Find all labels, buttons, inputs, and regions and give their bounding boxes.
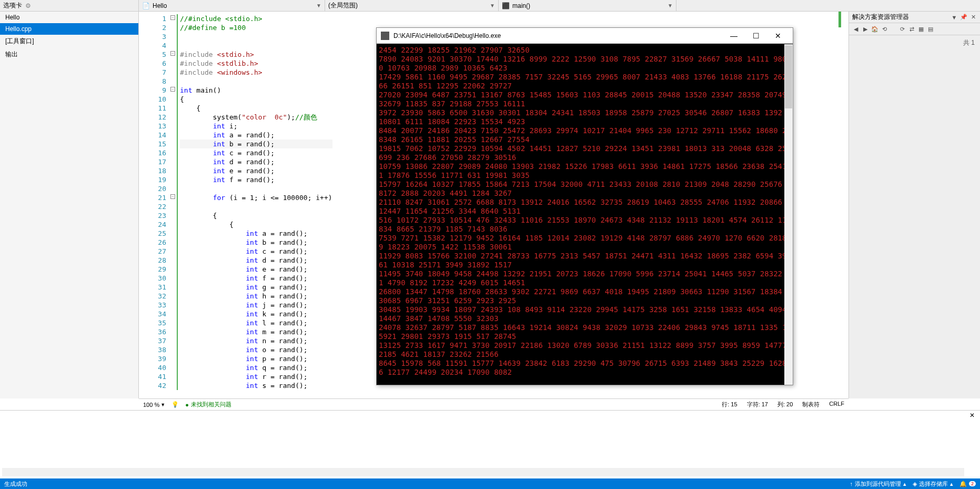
code-line[interactable]: {	[180, 95, 332, 104]
code-line[interactable]: {	[180, 220, 332, 229]
code-line[interactable]: int c = rand();	[180, 148, 332, 157]
line-number: 25	[139, 229, 166, 238]
code-line[interactable]: int d = rand();	[180, 157, 332, 166]
gear-icon[interactable]: ⚙	[25, 2, 31, 9]
context-dropdown-3[interactable]: ⬛ main() ▼	[499, 0, 676, 11]
code-line[interactable]: int r = rand();	[180, 372, 332, 381]
code-line[interactable]: int s = rand();	[180, 381, 332, 390]
code-line[interactable]: int e = rand();	[180, 265, 332, 274]
code-line[interactable]: #include <stdlib.h>	[180, 59, 332, 68]
solution-explorer-title: 解决方案资源管理器	[852, 13, 951, 22]
console-titlebar[interactable]: D:\KAIFA\c\Hello\x64\Debug\Hello.exe ― ☐…	[377, 28, 793, 44]
bell-icon: 🔔	[959, 481, 967, 487]
close-icon[interactable]: ✕	[969, 412, 978, 420]
tab-indicator[interactable]: 制表符	[802, 401, 820, 408]
code-line[interactable]: {	[180, 104, 332, 113]
home-icon[interactable]: 🏠	[871, 25, 878, 33]
char-indicator[interactable]: 字符: 17	[747, 401, 768, 408]
check-icon: ●	[185, 402, 189, 408]
left-item[interactable]: Hello	[0, 12, 138, 23]
code-line[interactable]: int q = rand();	[180, 363, 332, 372]
arrow-up-icon: ↑	[850, 481, 853, 487]
show-all-icon[interactable]: ▦	[917, 25, 925, 33]
zoom-dropdown[interactable]: 100 %▼	[143, 402, 165, 408]
lightbulb-icon[interactable]: 💡	[171, 401, 179, 408]
line-indicator[interactable]: 行: 15	[722, 401, 737, 408]
code-line[interactable]: int g = rand();	[180, 283, 332, 292]
code-line[interactable]: int e = rand();	[180, 166, 332, 175]
code-line[interactable]: #include <windows.h>	[180, 68, 332, 77]
code-line[interactable]: int b = rand();	[180, 238, 332, 247]
repo-button[interactable]: ◈ 选择存储库 ▴	[913, 480, 953, 488]
context-dropdown-2[interactable]: (全局范围) ▼	[325, 0, 499, 11]
code-line[interactable]: int n = rand();	[180, 336, 332, 345]
code-line[interactable]: int l = rand();	[180, 318, 332, 327]
line-number: 30	[139, 274, 166, 283]
dropdown-icon[interactable]: ▼	[951, 14, 958, 21]
code-line[interactable]: {	[180, 211, 332, 220]
pin-icon[interactable]: 📌	[960, 14, 967, 21]
code-line[interactable]: int k = rand();	[180, 310, 332, 318]
line-number: 34	[139, 310, 166, 318]
console-output[interactable]: 2454 22299 18255 21962 27907 32650 7890 …	[377, 44, 793, 385]
code-line[interactable]: system("color 0c");//颜色	[180, 113, 332, 122]
code-line[interactable]: for (i = 1; i <= 100000; i++)	[180, 193, 332, 202]
back-icon[interactable]: ◀	[852, 25, 860, 33]
code-line[interactable]: //#include <stdio.h>	[180, 14, 332, 23]
code-line[interactable]	[180, 77, 332, 86]
eol-indicator[interactable]: CRLF	[829, 401, 844, 408]
code-line[interactable]: int m = rand();	[180, 327, 332, 336]
code-line[interactable]: int i;	[180, 122, 332, 131]
scrollbar-thumb[interactable]	[785, 45, 792, 108]
code-line[interactable]: //#define b =100	[180, 23, 332, 32]
code-line[interactable]: int main()	[180, 86, 332, 95]
code-line[interactable]: int h = rand();	[180, 292, 332, 301]
code-line[interactable]: int a = rand();	[180, 229, 332, 238]
left-item[interactable]: 输出	[0, 48, 138, 61]
code-line[interactable]: #include <stdio.h>	[180, 50, 332, 59]
left-item[interactable]: Hello.cpp	[0, 23, 138, 35]
fold-icon[interactable]: −	[170, 87, 175, 92]
code-line[interactable]	[180, 202, 332, 211]
code-line[interactable]	[180, 184, 332, 193]
code-line[interactable]: int c = rand();	[180, 247, 332, 256]
code-line[interactable]: int o = rand();	[180, 345, 332, 354]
code-line[interactable]: int j = rand();	[180, 301, 332, 310]
maximize-button[interactable]: ☐	[745, 28, 766, 43]
tab-header: 选项卡 ⚙	[0, 0, 139, 11]
forward-icon[interactable]: ▶	[862, 25, 869, 33]
console-window[interactable]: D:\KAIFA\c\Hello\x64\Debug\Hello.exe ― ☐…	[376, 27, 793, 385]
left-item[interactable]: [工具窗口]	[0, 35, 138, 48]
fold-icon[interactable]: −	[170, 51, 175, 56]
line-number: 5	[139, 50, 166, 59]
code-line[interactable]	[180, 41, 332, 50]
code-line[interactable]	[180, 32, 332, 41]
line-number: 39	[139, 354, 166, 363]
fold-icon[interactable]: −	[170, 15, 175, 20]
source-control-button[interactable]: ↑ 添加到源代码管理 ▴	[850, 480, 906, 488]
close-button[interactable]: ✕	[767, 28, 789, 43]
fold-icon[interactable]: −	[170, 194, 175, 199]
console-scrollbar[interactable]	[784, 44, 793, 385]
close-icon[interactable]: ✕	[969, 14, 977, 21]
line-number: 21	[139, 193, 166, 202]
line-number: 23	[139, 211, 166, 220]
notifications-button[interactable]: 🔔 2	[959, 481, 976, 487]
code-line[interactable]: int a = rand();	[180, 131, 332, 139]
refresh-icon[interactable]: ⟳	[898, 25, 906, 33]
sync-icon[interactable]: ⟲	[881, 25, 888, 33]
code-line[interactable]: int b = rand();	[180, 139, 332, 148]
repo-icon: ◈	[913, 481, 917, 487]
col-indicator[interactable]: 列: 20	[777, 401, 793, 408]
code-line[interactable]: int p = rand();	[180, 354, 332, 363]
minimize-button[interactable]: ―	[723, 28, 744, 43]
collapse-icon[interactable]: ⇄	[908, 25, 915, 33]
code-line[interactable]: int d = rand();	[180, 256, 332, 265]
properties-icon[interactable]: ▤	[927, 25, 934, 33]
status-bar: 生成成功 ↑ 添加到源代码管理 ▴ ◈ 选择存储库 ▴ 🔔 2	[0, 478, 980, 489]
code-line[interactable]: int f = rand();	[180, 175, 332, 184]
code-line[interactable]: int f = rand();	[180, 274, 332, 283]
horizontal-scrollbar[interactable]	[2, 468, 964, 476]
context-dropdown-1[interactable]: 📄 Hello ▼	[139, 0, 325, 11]
line-number: 3	[139, 32, 166, 41]
